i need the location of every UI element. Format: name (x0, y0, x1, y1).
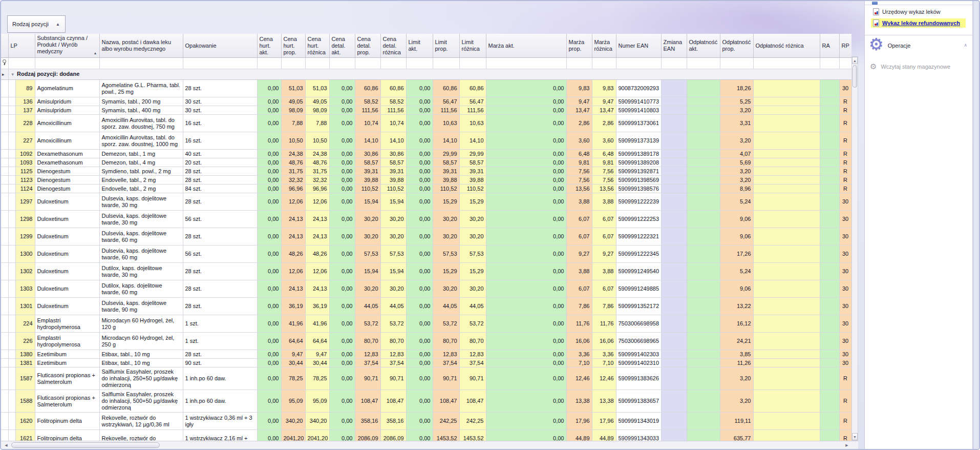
filter-cell[interactable] (35, 58, 99, 69)
column-header[interactable]: Limit różnica (459, 34, 486, 58)
horizontal-scroll-thumb[interactable] (11, 442, 160, 448)
sidebar-scrollbar-track[interactable] (973, 1, 980, 449)
cell-mar-a-r-nica: 3,36 (592, 350, 616, 359)
table-row[interactable]: 226Emplastri hydropolymerosaMicrodacyn 6… (1, 333, 851, 350)
table-row[interactable]: 1587Fluticasoni propionas + Salmeterolum… (1, 367, 851, 390)
filter-cell[interactable] (753, 58, 820, 69)
cell-cena-hurt-r-nica: 12,06 (305, 193, 329, 211)
cell-cena-detal-akt-: 0,00 (329, 158, 355, 167)
table-row[interactable]: 224Emplastri hydropolymerosaMicrodacyn 6… (1, 315, 851, 333)
filter-cell[interactable] (8, 58, 35, 69)
filter-cell[interactable] (459, 58, 486, 69)
table-row[interactable]: 1299DuloxetinumDulsevia, kaps. dojelitow… (1, 228, 851, 246)
table-row[interactable]: 1381EzetimibumEtibax, tabl., 10 mg90 szt… (1, 359, 851, 367)
table-row[interactable]: 137AmisulpridumSymamis, tabl., 400 mg30 … (1, 106, 851, 115)
chevron-up-icon[interactable]: ∧ (964, 43, 967, 48)
column-header[interactable]: Opakowanie (183, 34, 257, 58)
table-row[interactable]: 1093DexamethasonumDemezon, tabl., 4 mg20… (1, 158, 851, 167)
cell-cena-detal-r-nica: 39,31 (380, 167, 406, 176)
group-row[interactable]: ▸▾Rodzaj pozycji: dodane (1, 69, 851, 80)
operations-group-header[interactable]: ⚙ Operacje ∧ (865, 35, 972, 55)
filter-cell[interactable] (183, 58, 257, 69)
cell-mar-a-akt-: 0,00 (486, 97, 566, 106)
table-row[interactable]: 1092DexamethasonumDemezon, tabl., 1 mg40… (1, 150, 851, 158)
cell-lp: 89 (15, 80, 35, 97)
collapse-triangle-icon[interactable]: ▾ (12, 72, 14, 77)
column-header[interactable]: Substancja czynna / Produkt / Wyrób medy… (35, 34, 99, 58)
vertical-scrollbar[interactable]: ▲ ▼ (851, 56, 858, 441)
filter-cell[interactable] (406, 58, 433, 69)
table-row[interactable]: 89AgomelatinumAgomelatine G.L. Pharma, t… (1, 80, 851, 97)
table-row[interactable]: 1300DuloxetinumDulsevia, kaps. dojelitow… (1, 246, 851, 263)
column-header[interactable]: Cena hurt. prop. (281, 34, 305, 58)
table-row[interactable]: 1302DuloxetinumDutilox, kaps. dojelitowe… (1, 263, 851, 280)
column-header[interactable]: Limit prop. (433, 34, 459, 58)
column-header[interactable]: RA (820, 34, 839, 58)
filter-cell[interactable] (433, 58, 459, 69)
column-header[interactable]: Cena hurt. akt. (257, 34, 281, 58)
table-row[interactable]: 1621Folitropinum deltaRekovelle, roztwór… (1, 430, 851, 441)
cell-limit-r-nica: 58,57 (459, 158, 486, 167)
group-by-button-rodzaj-pozycji[interactable]: Rodzaj pozycji ▲ (7, 15, 66, 33)
cell-opakowanie: 28 szt. (183, 298, 257, 315)
table-row[interactable]: 1125DienogestumSymdieno, tabl. powl., 2 … (1, 167, 851, 176)
table-row[interactable]: 1620Folitropinum deltaRekovelle, roztwór… (1, 413, 851, 430)
column-header[interactable]: Odpłatność akt. (687, 34, 720, 58)
filter-cell[interactable] (687, 58, 720, 69)
column-header[interactable]: Marża prop. (566, 34, 592, 58)
action-wczytaj-stany-magazynowe[interactable]: ⚙ Wczytaj stany magazynowe (870, 63, 972, 70)
filter-cell[interactable] (820, 58, 839, 69)
horizontal-scrollbar[interactable]: ◀ ▶ (1, 441, 858, 449)
column-header[interactable]: Odpłatność prop. (720, 34, 753, 58)
filter-cell[interactable] (720, 58, 753, 69)
column-header[interactable]: Numer EAN (616, 34, 661, 58)
column-header[interactable]: Cena detal. różnica (380, 34, 406, 58)
column-header[interactable]: Cena detal. prop. (355, 34, 380, 58)
column-header[interactable]: Marża akt. (486, 34, 566, 58)
filter-cell[interactable] (566, 58, 592, 69)
filter-cell[interactable] (661, 58, 687, 69)
sidebar-item-wykaz-lekow-refundowanych[interactable]: Wykaz leków refundowanych (871, 18, 966, 28)
filter-cell[interactable] (99, 58, 183, 69)
filter-cell[interactable] (355, 58, 380, 69)
table-row[interactable]: 1298DuloxetinumDulsevia, kaps. dojelitow… (1, 211, 851, 228)
filter-cell[interactable] (616, 58, 661, 69)
table-row[interactable]: 1588Fluticasoni propionas + Salmeterolum… (1, 390, 851, 413)
table-row[interactable]: 227AmoxicillinumAmoxicillin Aurovitas, t… (1, 132, 851, 150)
scroll-left-icon[interactable]: ◀ (2, 442, 10, 448)
column-header[interactable]: Marża różnica (592, 34, 616, 58)
table-row[interactable]: 228AmoxicillinumAmoxicillin Aurovitas, t… (1, 115, 851, 132)
table-row[interactable]: 1124DienogestumEndovelle, tabl., 2 mg84 … (1, 185, 851, 193)
filter-cell[interactable] (329, 58, 355, 69)
filter-cell[interactable] (486, 58, 566, 69)
column-header[interactable]: Cena hurt. różnica (305, 34, 329, 58)
vertical-scroll-thumb[interactable] (853, 65, 857, 88)
filter-cell[interactable] (257, 58, 281, 69)
table-row[interactable]: 1380EzetimibumEtibax, tabl., 10 mg28 szt… (1, 350, 851, 359)
column-header[interactable]: RP (839, 34, 851, 58)
filter-cell[interactable] (281, 58, 305, 69)
column-header[interactable]: Zmiana EAN (661, 34, 687, 58)
scroll-right-icon[interactable]: ▶ (843, 442, 851, 448)
filter-cell[interactable] (839, 58, 851, 69)
table-row[interactable]: 136AmisulpridumSymamis, tabl., 200 mg30 … (1, 97, 851, 106)
column-header[interactable]: Nazwa, postać i dawka leku albo wyrobu m… (99, 34, 183, 58)
table-row[interactable]: 1297DuloxetinumDulsevia, kaps. dojelitow… (1, 193, 851, 211)
group-row-cell[interactable]: ▾Rodzaj pozycji: dodane (8, 69, 851, 80)
filter-cell[interactable] (305, 58, 329, 69)
sidebar-item-urzedowy-wykaz-lekow[interactable]: Urzędowy wykaz leków (871, 7, 966, 16)
column-header[interactable]: LP (8, 34, 35, 58)
cell-rp: R (839, 430, 851, 441)
scroll-down-icon[interactable]: ▼ (852, 433, 858, 440)
table-row[interactable]: 1123DienogestumEndovelle, tabl., 2 mg28 … (1, 176, 851, 185)
group-by-panel[interactable]: Rodzaj pozycji ▲ (1, 1, 858, 34)
table-row[interactable]: 1303DuloxetinumDutilox, kaps. dojelitowe… (1, 280, 851, 298)
filter-cell[interactable] (380, 58, 406, 69)
column-header[interactable]: Limit akt. (406, 34, 433, 58)
column-header[interactable]: Odpłatność różnica (753, 34, 820, 58)
cell-mar-a-akt-: 0,00 (486, 106, 566, 115)
column-header[interactable]: Cena detal. akt. (329, 34, 355, 58)
scroll-up-icon[interactable]: ▲ (852, 57, 858, 64)
table-row[interactable]: 1301DuloxetinumDulsevia, kaps. dojelitow… (1, 298, 851, 315)
filter-cell[interactable] (592, 58, 616, 69)
